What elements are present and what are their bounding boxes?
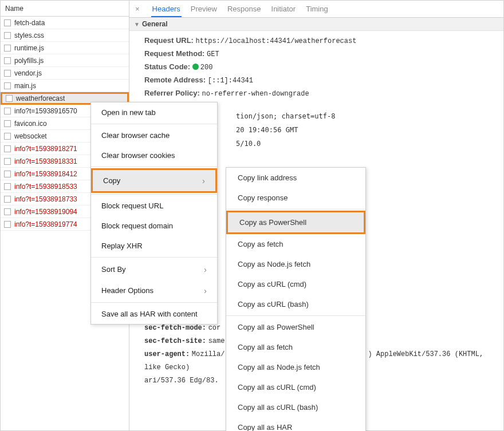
partial-line: 20 19:40:56 GMT [236,123,503,137]
row-checkbox[interactable] [4,221,11,228]
context-menu-item[interactable]: Clear browser cookies [91,145,217,165]
context-menu-label: Block request URL [101,201,163,210]
row-checkbox[interactable] [4,120,11,127]
context-menu-label: Block request domain [101,222,173,230]
submenu-item[interactable]: Copy all as PowerShell [226,317,365,337]
tab-response[interactable]: Response [226,1,262,16]
referrer-policy-value: no-referrer-when-downgrade [202,90,309,98]
context-menu-item[interactable]: Block request URL [91,196,217,216]
context-menu-label: Clear browser cookies [101,151,175,160]
row-checkbox[interactable] [4,19,11,26]
request-name: info?t=15938918733 [14,195,77,203]
submenu-item[interactable]: Copy all as fetch [226,337,365,357]
copy-submenu[interactable]: Copy link addressCopy responseCopy as Po… [226,167,366,431]
submenu-item[interactable]: Copy as PowerShell [226,211,365,234]
request-name: info?t=15938918331 [14,157,77,165]
referrer-policy-label: Referrer Policy: [144,89,200,97]
request-row[interactable]: polyfills.js [1,54,129,67]
tab-timing[interactable]: Timing [305,1,329,16]
general-section-header[interactable]: ▼ General [129,18,503,31]
context-menu-label: Save all as HAR with content [101,310,198,318]
row-checkbox[interactable] [4,108,11,114]
request-name: info?t=15938918271 [14,145,77,153]
request-name: info?t=15938919094 [14,208,77,216]
request-name: main.js [14,82,36,90]
context-menu-item[interactable]: Block request domain [91,216,217,236]
submenu-item[interactable]: Copy all as HAR [226,417,365,431]
general-section-body: Request URL: https://localhost:44341/wea… [129,31,503,104]
context-menu-item[interactable]: Header Options› [91,280,217,301]
row-checkbox[interactable] [4,208,11,215]
context-menu-item[interactable]: Open in new tab [91,102,217,122]
row-checkbox[interactable] [4,145,11,152]
request-row[interactable]: vendor.js [1,67,129,80]
context-menu[interactable]: Open in new tabClear browser cacheClear … [90,102,218,325]
submenu-item[interactable]: Copy as cURL (cmd) [226,274,365,294]
request-name: info?t=15938916570 [14,107,77,115]
request-row[interactable]: fetch-data [1,17,129,29]
submenu-item[interactable]: Copy all as Node.js fetch [226,357,365,377]
sec-fetch-site-label: sec-fetch-site: [144,337,206,345]
row-checkbox[interactable] [4,133,11,140]
context-menu-item[interactable]: Sort By› [91,259,217,280]
request-name: weatherforecast [16,94,65,102]
context-menu-label: Sort By [101,265,126,274]
request-name: info?t=15938919774 [14,220,77,228]
chevron-right-icon: › [204,264,207,274]
row-checkbox[interactable] [4,70,11,77]
context-menu-item[interactable]: Clear browser cache [91,125,217,145]
row-checkbox[interactable] [4,57,11,64]
row-checkbox[interactable] [4,32,11,39]
request-row[interactable]: runtime.js [1,42,129,54]
request-url-label: Request URL: [144,36,194,45]
row-checkbox[interactable] [4,171,11,177]
context-menu-label: Replay XHR [101,242,143,250]
submenu-item[interactable]: Copy all as cURL (bash) [226,397,365,417]
row-checkbox[interactable] [4,196,11,203]
request-name: fetch-data [14,19,45,27]
submenu-item[interactable]: Copy link address [226,168,365,188]
user-agent-cont: ari/537.36 Edg/83. [144,377,219,385]
request-name: websocket [14,132,47,140]
request-name: runtime.js [14,44,44,52]
request-url-value: https://localhost:44341/weatherforecast [196,37,357,45]
request-name: info?t=15938918412 [14,170,77,178]
row-checkbox[interactable] [4,45,11,52]
request-name: styles.css [14,31,44,39]
submenu-item[interactable]: Copy response [226,188,365,208]
sec-fetch-mode-label: sec-fetch-mode: [144,324,206,332]
row-checkbox[interactable] [6,95,13,102]
chevron-right-icon: › [202,176,205,185]
submenu-item[interactable]: Copy as Node.js fetch [226,254,365,274]
request-name: polyfills.js [14,57,44,65]
request-method-label: Request Method: [144,49,204,58]
submenu-item[interactable]: Copy as cURL (bash) [226,294,365,314]
name-column-header[interactable]: Name [1,1,129,17]
request-row[interactable]: main.js [1,80,129,92]
context-menu-item[interactable]: Copy› [91,168,217,193]
request-name: favicon.ico [14,120,47,128]
close-icon[interactable]: × [133,5,142,13]
row-checkbox[interactable] [4,158,11,165]
tab-preview[interactable]: Preview [190,1,218,16]
tab-headers[interactable]: Headers [151,1,182,17]
row-checkbox[interactable] [4,82,11,89]
request-name: vendor.js [14,69,42,77]
tab-initiator[interactable]: Initiator [270,1,297,16]
context-menu-item[interactable]: Save all as HAR with content [91,304,217,324]
detail-tabs: × HeadersPreviewResponseInitiatorTiming [129,1,503,18]
submenu-item[interactable]: Copy all as cURL (cmd) [226,377,365,397]
status-dot-icon [192,64,199,70]
context-menu-label: Copy [103,176,120,185]
submenu-item[interactable]: Copy as fetch [226,234,365,254]
context-menu-item[interactable]: Replay XHR [91,236,217,256]
request-row[interactable]: styles.css [1,29,129,42]
remote-address-label: Remote Address: [144,76,206,84]
chevron-right-icon: › [204,286,207,295]
request-method-value: GET [207,50,219,58]
row-checkbox[interactable] [4,183,11,190]
partial-line: tion/json; charset=utf-8 [236,109,503,123]
partial-line: 5/10.0 [236,137,503,151]
user-agent-value: Mozilla/ [192,350,225,358]
request-name: info?t=15938918533 [14,183,77,191]
